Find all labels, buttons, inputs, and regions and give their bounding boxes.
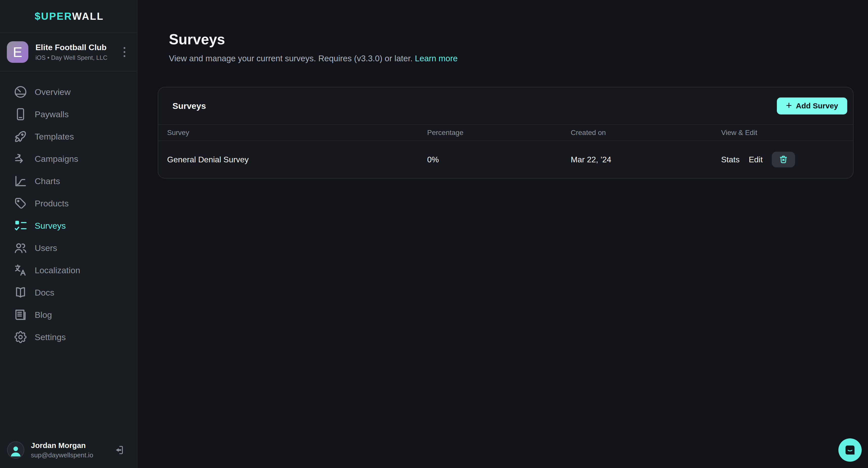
user-info: Jordan Morgan sup@daywellspent.io [31,441,113,459]
sidebar-item-users[interactable]: Users [0,237,137,259]
plus-icon: + [786,100,792,111]
surveys-panel: Surveys + Add Survey Survey Percentage C… [158,87,854,179]
sidebar: $UPERWALL E Elite Football Club iOS • Da… [0,0,137,468]
workspace-switcher[interactable]: E Elite Football Club iOS • Day Well Spe… [0,33,137,71]
rocket-icon [13,129,28,144]
survey-name-cell: General Denial Survey [167,155,427,164]
workspace-subtitle: iOS • Day Well Spent, LLC [35,54,119,61]
add-survey-button[interactable]: + Add Survey [777,97,847,115]
gauge-icon [13,85,28,99]
sidebar-item-label: Overview [35,87,71,97]
chart-line-icon [13,174,28,188]
percentage-cell: 0% [427,155,571,164]
sidebar-item-surveys[interactable]: Surveys [0,215,137,237]
main-content: Surveys View and manage your current sur… [137,0,868,468]
phone-icon [13,107,28,122]
sidebar-item-localization[interactable]: Localization [0,259,137,281]
logo-rest-text: WALL [72,11,104,22]
sidebar-item-label: Paywalls [35,110,69,119]
sidebar-item-paywalls[interactable]: Paywalls [0,103,137,125]
sidebar-item-label: Blog [35,310,52,320]
workspace-menu-button[interactable] [119,43,129,61]
edit-link[interactable]: Edit [749,155,763,164]
sidebar-item-products[interactable]: Products [0,192,137,215]
sidebar-item-overview[interactable]: Overview [0,81,137,103]
chat-widget-button[interactable] [838,438,862,462]
sidebar-item-templates[interactable]: Templates [0,125,137,148]
column-header-view-edit: View & Edit [721,129,845,137]
page-subtitle-text: View and manage your current surveys. Re… [169,54,412,63]
table-row: General Denial Survey 0% Mar 22, ’24 Sta… [158,141,853,178]
sidebar-item-label: Localization [35,266,80,275]
sidebar-item-campaigns[interactable]: Campaigns [0,148,137,170]
page-subtitle: View and manage your current surveys. Re… [169,54,458,63]
sidebar-item-blog[interactable]: Blog [0,304,137,326]
book-icon [13,285,28,300]
user-email: sup@daywellspent.io [31,451,113,459]
chat-bubble-icon [843,443,857,457]
user-avatar [7,441,24,459]
table-header: Survey Percentage Created on View & Edit [158,125,853,141]
logout-icon[interactable] [113,444,125,456]
column-header-created-on: Created on [571,129,721,137]
sidebar-item-label: Docs [35,288,54,298]
panel-title: Surveys [173,101,206,111]
column-header-survey: Survey [167,129,427,137]
sidebar-nav: Overview Paywalls Templates Campaigns Ch [0,71,137,435]
stats-link[interactable]: Stats [721,155,740,164]
users-icon [13,241,28,255]
workspace-name: Elite Football Club [35,43,119,52]
add-survey-button-label: Add Survey [796,101,838,110]
sidebar-item-charts[interactable]: Charts [0,170,137,192]
sidebar-item-label: Users [35,243,57,253]
superwall-logo: $UPERWALL [35,11,104,22]
news-icon [13,307,28,322]
delete-survey-button[interactable] [772,152,795,167]
split-arrows-icon [13,151,28,166]
learn-more-link[interactable]: Learn more [415,54,458,63]
translate-icon [13,263,28,278]
user-section: Jordan Morgan sup@daywellspent.io [0,435,137,468]
workspace-info: Elite Football Club iOS • Day Well Spent… [35,43,119,61]
workspace-avatar: E [7,41,28,63]
user-name: Jordan Morgan [31,441,113,450]
row-actions: Stats Edit [721,152,845,167]
column-header-percentage: Percentage [427,129,571,137]
sidebar-item-label: Products [35,198,69,209]
tag-icon [13,196,28,211]
logo-section: $UPERWALL [0,0,137,33]
page-title: Surveys [169,31,225,48]
sidebar-item-settings[interactable]: Settings [0,326,137,348]
sidebar-item-label: Templates [35,132,74,142]
sidebar-item-label: Surveys [35,221,66,231]
gear-icon [13,330,28,344]
logo-accent-text: $UPER [35,11,72,22]
sidebar-item-label: Charts [35,176,60,186]
trash-icon [778,154,788,165]
created-on-cell: Mar 22, ’24 [571,155,721,164]
sidebar-item-label: Settings [35,332,66,342]
sidebar-item-label: Campaigns [35,154,78,164]
checklist-icon [13,218,28,233]
panel-header: Surveys + Add Survey [158,87,853,125]
sidebar-item-docs[interactable]: Docs [0,281,137,304]
